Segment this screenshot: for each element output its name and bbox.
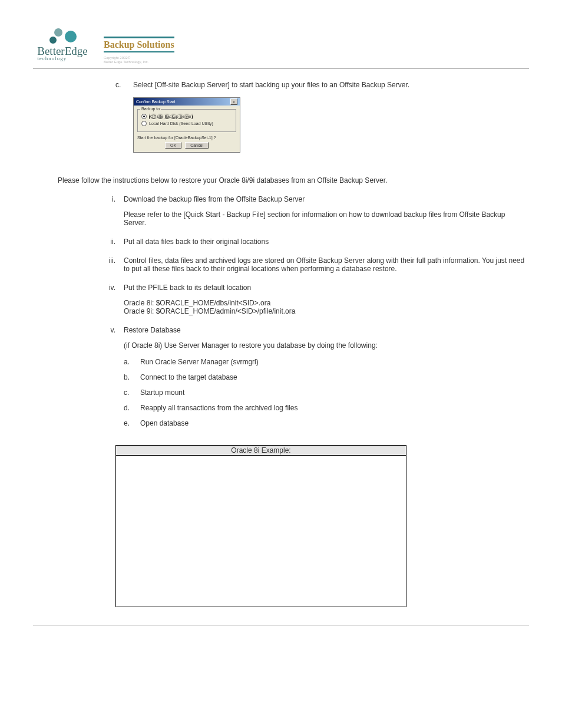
pfile-9i: Oracle 9i: $ORACLE_HOME/admin/<SID>/pfil… <box>124 307 529 315</box>
title-block: Backup Solutions Copyright 2002© Better … <box>104 37 174 64</box>
doc-title: Backup Solutions <box>104 39 174 50</box>
step-v-e: e. Open database <box>124 419 529 427</box>
offsite-radio[interactable] <box>141 114 147 119</box>
step-ii-title: Put all data files back to their origina… <box>124 238 529 246</box>
step-v-d: d. Reapply all transactions from the arc… <box>124 404 529 412</box>
copyright-line1: Copyright 2002© <box>104 56 174 60</box>
step-iii: iii. Control files, data files and archi… <box>97 256 529 273</box>
ok-button[interactable]: OK <box>165 142 181 149</box>
example-body <box>116 456 406 607</box>
step-v-title: Restore Database <box>124 326 529 334</box>
step-i-title: Download the backup files from the Offsi… <box>124 195 529 203</box>
copyright-line2: Better Edge Technology, Inc. <box>104 60 174 64</box>
page-header: BetterEdge technology Backup Solutions C… <box>33 28 529 69</box>
dialog-title-text: Confirm Backup Start <box>136 100 176 104</box>
confirm-backup-dialog: Confirm Backup Start × Backup to Off-sit… <box>133 97 240 153</box>
step-c-row: c. Select [Off-site Backup Server] to st… <box>115 81 523 89</box>
step-iv-title: Put the PFILE back to its default locati… <box>124 284 529 292</box>
confirm-text: Start the backup for [OracleBackupSet-1]… <box>137 136 236 140</box>
backup-to-group-label: Backup to <box>140 107 161 111</box>
company-logo: BetterEdge technology <box>33 28 92 61</box>
example-table: Oracle 8i Example: <box>115 445 406 607</box>
restore-intro: Please follow the instructions below to … <box>58 176 523 185</box>
local-disk-radio[interactable] <box>141 121 147 126</box>
step-iii-title: Control files, data files and archived l… <box>124 256 529 273</box>
cancel-button[interactable]: Cancel <box>185 142 209 149</box>
step-ii: ii. Put all data files back to their ori… <box>97 238 529 246</box>
logo-text-main: BetterEdge <box>37 46 87 56</box>
step-v-b: b. Connect to the target database <box>124 373 529 381</box>
step-v: v. Restore Database (if Oracle 8i) Use S… <box>97 326 529 434</box>
step-v-sub: (if Oracle 8i) Use Server Manager to res… <box>124 341 529 350</box>
example-header: Oracle 8i Example: <box>116 446 406 456</box>
local-disk-radio-label: Local Hard Disk (Seed Load Utility) <box>149 121 213 126</box>
footer-divider <box>33 625 529 625</box>
offsite-radio-label: Off-site Backup Server <box>149 114 193 119</box>
close-icon[interactable]: × <box>230 98 237 105</box>
step-i: i. Download the backup files from the Of… <box>97 195 529 227</box>
step-c-text: Select [Off-site Backup Server] to start… <box>133 81 409 89</box>
pfile-8i: Oracle 8i: $ORACLE_HOME/dbs/init<SID>.or… <box>124 299 529 307</box>
step-v-c: c. Startup mount <box>124 388 529 397</box>
step-iv: iv. Put the PFILE back to its default lo… <box>97 284 529 315</box>
step-c-label: c. <box>115 81 133 89</box>
step-v-a: a. Run Oracle Server Manager (svrmgrl) <box>124 358 529 366</box>
step-i-sub: Please refer to the [Quick Start - Backu… <box>124 210 529 227</box>
